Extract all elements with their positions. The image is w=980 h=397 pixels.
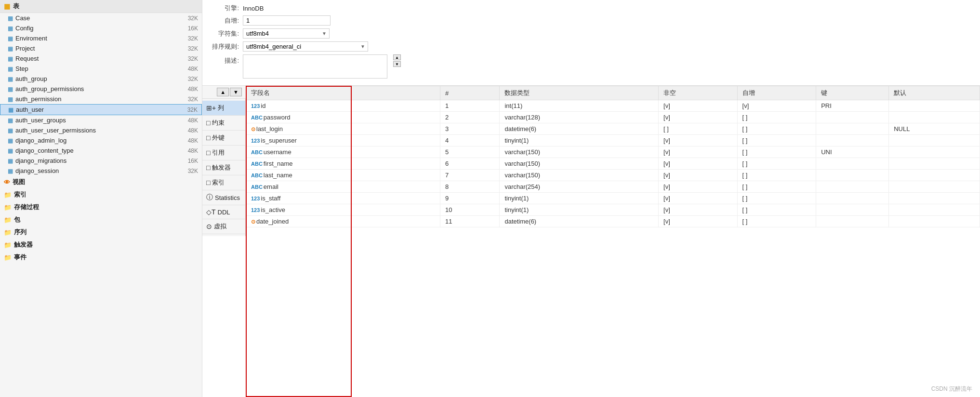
sidebar-item-size: 32K (188, 35, 198, 42)
field-not-null-cell: [v] (659, 135, 738, 146)
sidebar-section[interactable]: 📁序列 (0, 226, 202, 238)
table-row[interactable]: ⊙date_joined11datetime(6)[v][ ] (246, 216, 980, 227)
sidebar-section[interactable]: 📁索引 (0, 188, 202, 201)
scroll-down-btn[interactable]: ▼ (393, 61, 401, 67)
tab-columns[interactable]: ⊞+ 列 (202, 101, 245, 116)
table-row[interactable]: 123is_superuser4tinyint(1)[v][ ] (246, 135, 980, 146)
tab-statistics[interactable]: ⓘ Statistics (202, 190, 245, 205)
sidebar-item-size: 16K (188, 25, 198, 32)
nav-up-btn[interactable]: ▲ (217, 88, 229, 96)
tab-navigation: ⊞+ 列 □ 约束 □ 外键 □ 引用 □ 触发器 □ 索引 ⓘ Statist… (202, 99, 246, 236)
sidebar-item-size: 32K (188, 55, 198, 62)
charset-select[interactable]: utf8mb4 (243, 28, 330, 39)
sidebar-item[interactable]: ▦ django_content_type 48K (0, 146, 202, 156)
collation-select[interactable]: utf8mb4_general_ci (243, 41, 368, 52)
field-type-icon: ⊙ (251, 219, 255, 225)
tab-virtual[interactable]: ⊙ 虚拟 (202, 219, 245, 234)
sidebar-item[interactable]: ▦ django_migrations 16K (0, 156, 202, 166)
field-data-type-cell: int(11) (500, 100, 659, 112)
sidebar-item-name: Project (15, 45, 35, 52)
tab-foreign_keys[interactable]: □ 外键 (202, 131, 245, 146)
tab-icon: □ (206, 179, 210, 186)
tab-triggers[interactable]: □ 触发器 (202, 160, 245, 175)
field-key-cell (816, 170, 889, 181)
field-data-type-cell: tinyint(1) (500, 204, 659, 216)
sidebar-item[interactable]: ▦ auth_group_permissions 48K (0, 84, 202, 94)
field-auto-inc-cell: [ ] (737, 158, 816, 170)
field-key-cell (816, 204, 889, 216)
sidebar-item-name: django_content_type (15, 147, 74, 154)
field-not-null-cell: [v] (659, 158, 738, 170)
table-row[interactable]: 123is_staff9tinyint(1)[v][ ] (246, 193, 980, 204)
sidebar-item[interactable]: ▦ Config 16K (0, 23, 202, 33)
nav-down-btn[interactable]: ▼ (230, 88, 242, 96)
sidebar-item[interactable]: ▦ auth_user_groups 48K (0, 115, 202, 125)
tab-indexes[interactable]: □ 索引 (202, 175, 245, 190)
field-name-cell: 123is_superuser (246, 135, 440, 146)
table-row-icon: ▦ (8, 137, 13, 144)
field-key-cell (816, 135, 889, 146)
tab-icon: ⊙ (206, 223, 212, 230)
table-row[interactable]: ABCemail8varchar(254)[v][ ] (246, 181, 980, 193)
table-row[interactable]: 123id1int(11)[v][v]PRI (246, 100, 980, 112)
sidebar-item[interactable]: ▦ Case 32K (0, 13, 202, 23)
column-header: 自增 (737, 86, 816, 100)
sidebar-item[interactable]: ▦ auth_user_user_permissions 48K (0, 125, 202, 135)
table-row[interactable]: ABCpassword2varchar(128)[v][ ] (246, 112, 980, 123)
sidebar-item-name: auth_group (15, 75, 47, 82)
eye-icon: 👁 (4, 179, 10, 186)
field-name: username (264, 148, 291, 156)
field-name: is_active (261, 206, 285, 213)
table-header: 字段名#数据类型非空自增键默认 (246, 86, 980, 100)
tab-references[interactable]: □ 引用 (202, 146, 245, 160)
sidebar-item[interactable]: ▦ auth_user 32K (0, 104, 202, 115)
sidebar-section-label: 包 (14, 215, 20, 224)
sidebar-item[interactable]: ▦ Step 48K (0, 64, 202, 74)
column-header: 非空 (659, 86, 738, 100)
field-type-icon: 123 (251, 103, 260, 109)
sidebar-item[interactable]: ▦ django_admin_log 48K (0, 135, 202, 146)
sidebar-section[interactable]: 👁视图 (0, 176, 202, 188)
table-row[interactable]: ABCfirst_name6varchar(150)[v][ ] (246, 158, 980, 170)
sidebar-item[interactable]: ▦ Enviroment 32K (0, 33, 202, 43)
sidebar-item[interactable]: ▦ Request 32K (0, 53, 202, 64)
sidebar-section[interactable]: 📁包 (0, 213, 202, 226)
tab-ddl[interactable]: ◇T DDL (202, 205, 245, 219)
field-data-type-cell: varchar(150) (500, 170, 659, 181)
table-row-icon: ▦ (8, 76, 13, 82)
table-row[interactable]: ⊙last_login3datetime(6)[ ][ ]NULL (246, 123, 980, 135)
column-header: # (440, 86, 500, 100)
sidebar-item[interactable]: ▦ auth_group 32K (0, 74, 202, 84)
folder-icon: 📁 (4, 191, 12, 198)
field-name-cell: ABCemail (246, 181, 440, 193)
data-table-area: 字段名#数据类型非空自增键默认 123id1int(11)[v][v]PRIAB… (246, 86, 980, 397)
table-row-icon: ▦ (8, 45, 13, 52)
sidebar-section[interactable]: 📁事件 (0, 251, 202, 264)
charset-label: 字符集: (210, 29, 239, 38)
sidebar-item-name: auth_permission (15, 95, 61, 103)
sidebar-item[interactable]: ▦ Project 32K (0, 43, 202, 53)
tab-constraints[interactable]: □ 约束 (202, 116, 245, 131)
sidebar-item[interactable]: ▦ auth_permission 32K (0, 94, 202, 104)
field-type-icon: ABC (251, 149, 263, 155)
sidebar-item[interactable]: ▦ django_session 32K (0, 166, 202, 176)
desc-label: 描述: (210, 56, 239, 65)
sidebar-section-label: 存储过程 (14, 203, 39, 212)
field-name: last_login (256, 125, 283, 132)
sidebar: ▦ 表 ▦ Case 32K ▦ Config 16K ▦ Enviroment… (0, 0, 202, 397)
table-row[interactable]: 123is_active10tinyint(1)[v][ ] (246, 204, 980, 216)
field-number-cell: 9 (440, 193, 500, 204)
table-row[interactable]: ABCusername5varchar(150)[v][ ]UNI (246, 146, 980, 158)
table-row-icon: ▦ (8, 106, 13, 113)
sidebar-item-size: 48K (188, 66, 198, 72)
desc-textarea[interactable] (243, 54, 387, 79)
sidebar-item-size: 32K (188, 15, 198, 22)
scroll-up-btn[interactable]: ▲ (393, 54, 401, 60)
table-row[interactable]: ABClast_name7varchar(150)[v][ ] (246, 170, 980, 181)
sidebar-section[interactable]: 📁存储过程 (0, 201, 202, 213)
field-data-type-cell: datetime(6) (500, 123, 659, 135)
collation-select-wrapper: utf8mb4_general_ci (243, 41, 368, 52)
charset-row: 字符集: utf8mb4 (210, 28, 972, 39)
auto-inc-input[interactable] (243, 15, 331, 26)
sidebar-section[interactable]: 📁触发器 (0, 238, 202, 251)
